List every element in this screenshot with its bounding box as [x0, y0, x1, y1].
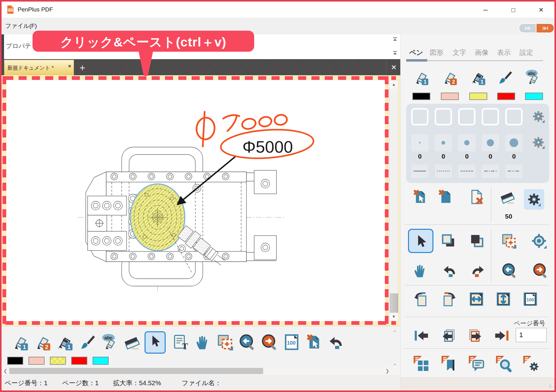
pen-2-icon[interactable]: 2	[441, 69, 458, 86]
select-cursor-button-active[interactable]	[145, 331, 166, 354]
redo-icon[interactable]	[469, 262, 486, 279]
color-swatch-pink[interactable]	[28, 357, 45, 365]
view-previous-icon[interactable]	[501, 262, 518, 279]
scroll-up-icon[interactable]: ▲	[389, 81, 398, 89]
scroll-right-icon[interactable]: ❯	[385, 368, 389, 374]
properties-panel-edge[interactable]	[2, 34, 4, 59]
line-style-dashed[interactable]	[458, 164, 476, 178]
sidebar-tab-view[interactable]: 表示	[497, 48, 511, 57]
pen-color-yellow[interactable]	[469, 93, 487, 100]
scroll-down-icon[interactable]: ▼	[389, 313, 398, 321]
sidebar-tab-pen[interactable]: ペン	[409, 48, 423, 57]
sidebar-expand-button[interactable]: ≫I	[536, 24, 554, 33]
last-page-icon[interactable]	[493, 327, 510, 344]
sidebar-tab-settings[interactable]: 設定	[519, 48, 533, 57]
fit-width-icon[interactable]	[468, 291, 485, 307]
pen-preset-slot[interactable]	[411, 108, 428, 125]
pen-size-1[interactable]	[411, 134, 428, 151]
color-swatch-black[interactable]	[7, 357, 23, 365]
scrollbar-thumb[interactable]	[9, 368, 263, 374]
select-region-icon[interactable]	[216, 333, 234, 351]
next-page-icon[interactable]	[467, 327, 484, 344]
delete-page-annotations-icon[interactable]	[437, 189, 453, 205]
pen-color-red[interactable]	[497, 93, 515, 100]
preset-settings-gear-icon[interactable]	[531, 109, 545, 124]
pen-color-cyan[interactable]	[525, 93, 543, 100]
line-style-dash-dot[interactable]	[482, 164, 499, 178]
select-region-icon[interactable]	[500, 233, 517, 249]
eraser-icon[interactable]	[499, 189, 516, 205]
color-swatch-yellow[interactable]	[50, 357, 66, 365]
delete-document-annotations-icon[interactable]	[468, 189, 485, 205]
abc-pen-icon[interactable]: abc	[101, 333, 119, 351]
circled-annotation[interactable]: Φ5000	[220, 127, 315, 161]
undo-icon[interactable]	[441, 262, 458, 279]
sidebar-tab-shapes[interactable]: 図形	[430, 48, 443, 57]
delete-annotation-icon[interactable]	[412, 189, 428, 205]
pen-preset-slot[interactable]	[505, 108, 523, 125]
undo-icon[interactable]	[327, 333, 345, 351]
close-button[interactable]: ✕	[534, 6, 548, 14]
pen-preset-slot[interactable]	[435, 108, 452, 125]
tab-new-document[interactable]: 新規ドキュメント * ×	[4, 60, 74, 75]
view-previous-icon[interactable]	[238, 333, 256, 351]
send-to-back-icon[interactable]	[469, 233, 485, 249]
chevron-down-icon[interactable]: ⌄	[390, 360, 399, 367]
zoom-100-icon[interactable]: 100	[522, 291, 539, 307]
pen-color-black[interactable]	[412, 93, 430, 100]
comments-icon[interactable]	[467, 354, 485, 372]
close-document-button[interactable]: ×	[388, 60, 400, 74]
pen-size-2[interactable]	[435, 134, 452, 151]
view-next-icon[interactable]	[532, 262, 549, 279]
fit-height-icon[interactable]	[495, 291, 512, 307]
select-cursor-button-active[interactable]	[408, 229, 433, 253]
line-style-solid[interactable]	[411, 164, 428, 178]
sidebar-tab-text[interactable]: 文字	[453, 48, 466, 57]
pen-size-4[interactable]	[482, 134, 499, 151]
pen-preset-slot[interactable]	[482, 108, 499, 125]
brush-icon[interactable]	[78, 333, 96, 351]
sidebar-collapse-button[interactable]: I≪	[519, 24, 536, 33]
maximize-button[interactable]: □	[506, 6, 520, 14]
page-number-input[interactable]: 1	[516, 328, 547, 342]
previous-page-icon[interactable]	[440, 327, 457, 344]
color-swatch-red[interactable]	[71, 357, 87, 365]
view-next-icon[interactable]	[260, 333, 278, 351]
tab-close-icon[interactable]: ×	[68, 63, 71, 69]
pdf-page[interactable]: Φ5000	[7, 80, 385, 321]
text-tool-icon[interactable]: T	[171, 333, 189, 351]
eraser-settings-button-active[interactable]	[524, 189, 544, 210]
menu-file[interactable]: ファイル(F)	[5, 22, 37, 30]
line-style-dotted[interactable]	[435, 164, 452, 178]
search-icon[interactable]	[494, 354, 513, 372]
toolbar-scroll-strip[interactable]: ⌃ ⌄	[390, 328, 399, 365]
pen-size-3[interactable]	[458, 134, 476, 151]
line-style-dash-dot-dot[interactable]	[505, 164, 523, 178]
minimize-button[interactable]: ─	[478, 6, 493, 14]
rotate-right-icon[interactable]	[440, 291, 457, 307]
highlighter-1-icon[interactable]: 1	[56, 333, 74, 351]
center-view-icon[interactable]	[531, 233, 547, 249]
thumbnails-icon[interactable]	[412, 354, 430, 372]
zoom-100-icon[interactable]: 100	[283, 333, 301, 351]
new-tab-button[interactable]: ＋	[77, 62, 88, 73]
size-settings-gear-icon[interactable]	[531, 135, 545, 150]
hand-pan-icon[interactable]	[193, 333, 211, 351]
scroll-left-icon[interactable]: ❮	[3, 368, 7, 374]
pen-2-icon[interactable]: 2	[34, 333, 52, 351]
color-swatch-cyan[interactable]	[93, 357, 109, 365]
settings-icon[interactable]	[521, 354, 540, 372]
sidebar-tab-image[interactable]: 画像	[475, 48, 489, 57]
scroll-top-icon[interactable]	[391, 50, 399, 57]
eraser-icon[interactable]	[123, 333, 141, 351]
pen-size-5[interactable]	[505, 134, 523, 151]
delete-annotation-icon[interactable]	[305, 333, 323, 351]
pen-preset-slot[interactable]	[458, 108, 476, 125]
abc-pen-icon[interactable]: abc	[524, 69, 541, 86]
pen-1-icon[interactable]: 1	[11, 333, 29, 351]
pen-1-icon[interactable]: 1	[413, 69, 430, 86]
rotate-left-icon[interactable]	[413, 291, 430, 307]
highlighter-1-icon[interactable]: 1	[470, 69, 487, 86]
hand-pan-icon[interactable]	[412, 262, 428, 279]
bookmarks-icon[interactable]	[440, 354, 458, 372]
